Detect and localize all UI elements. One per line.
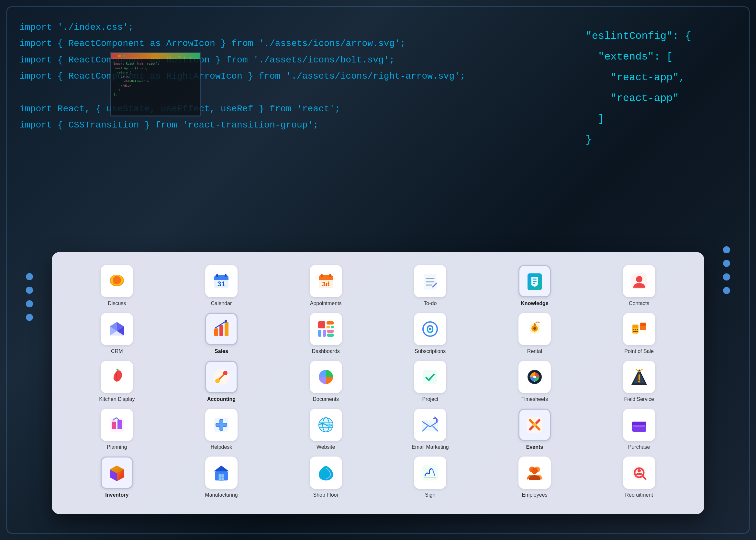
app-label-knowledge: Knowledge [521, 301, 548, 306]
app-icon-events [519, 409, 551, 441]
app-icon-shop-floor [310, 457, 342, 489]
svg-point-110 [531, 468, 538, 474]
app-item-purchase[interactable]: Purchase [590, 409, 688, 450]
svg-rect-73 [112, 422, 116, 429]
app-item-employees[interactable]: Employees [486, 457, 584, 498]
app-label-appointments: Appointments [310, 301, 342, 306]
svg-rect-39 [327, 334, 334, 337]
app-item-inventory[interactable]: Inventory [68, 457, 166, 498]
svg-point-26 [636, 276, 642, 282]
app-item-discuss[interactable]: Discuss [68, 265, 166, 306]
app-label-events: Events [526, 444, 543, 450]
app-icon-appointments: 3d [310, 265, 342, 297]
svg-rect-52 [637, 329, 638, 330]
svg-rect-37 [323, 330, 326, 337]
app-item-rental[interactable]: Rental [486, 313, 584, 354]
app-label-todo: To-do [424, 301, 437, 306]
svg-rect-86 [422, 420, 438, 431]
svg-rect-79 [216, 424, 227, 426]
app-icon-contacts [623, 265, 655, 297]
app-item-email-marketing[interactable]: Email Marketing [381, 409, 479, 450]
svg-rect-34 [327, 326, 330, 329]
app-label-planning: Planning [107, 444, 127, 450]
app-label-documents: Documents [313, 396, 339, 402]
app-label-timesheets: Timesheets [522, 396, 548, 402]
svg-rect-74 [117, 420, 122, 429]
app-label-inventory: Inventory [105, 492, 128, 498]
app-label-accounting: Accounting [207, 396, 235, 402]
app-icon-purchase [623, 409, 655, 441]
app-icon-subscriptions [414, 313, 446, 345]
svg-rect-33 [327, 321, 334, 325]
app-item-dashboards[interactable]: Dashboards [277, 313, 375, 354]
svg-text:3d: 3d [322, 281, 330, 288]
app-item-knowledge[interactable]: Knowledge [486, 265, 584, 306]
right-side-dots [723, 246, 730, 294]
dot-1 [723, 246, 730, 253]
svg-rect-59 [423, 370, 437, 384]
svg-rect-28 [214, 329, 218, 336]
svg-rect-32 [318, 321, 325, 329]
dot-2 [723, 260, 730, 267]
app-label-dashboards: Dashboards [312, 348, 340, 354]
app-item-subscriptions[interactable]: Subscriptions [381, 313, 479, 354]
app-icon-website [310, 409, 342, 441]
app-icon-helpdesk [205, 409, 237, 441]
app-item-shop-floor[interactable]: Shop Floor [277, 457, 375, 498]
svg-rect-24 [533, 283, 535, 284]
svg-rect-51 [635, 329, 636, 330]
svg-point-31 [225, 320, 227, 323]
app-label-website: Website [317, 444, 335, 450]
app-label-sales: Sales [215, 348, 228, 354]
app-label-email-marketing: Email Marketing [412, 444, 449, 450]
app-item-documents[interactable]: Documents [277, 361, 375, 402]
left-dot-1 [26, 273, 33, 280]
svg-rect-23 [533, 281, 536, 282]
apps-grid: Discuss 31 Calendar [68, 265, 688, 498]
code-text-right: "eslintConfig": { "extends": [ "react-ap… [586, 26, 691, 150]
app-icon-rental [519, 313, 551, 345]
svg-point-45 [533, 327, 536, 330]
code-text-left: import './index.css'; import { ReactComp… [19, 19, 465, 134]
svg-rect-35 [331, 326, 334, 329]
app-item-crm[interactable]: CRM [68, 313, 166, 354]
app-item-manufacturing[interactable]: Manufacturing [173, 457, 270, 498]
app-item-todo[interactable]: To-do [381, 265, 479, 306]
app-icon-recruitment [623, 457, 655, 489]
app-label-kitchen: Kitchen Display [99, 396, 135, 402]
app-item-events[interactable]: Events [486, 409, 584, 450]
svg-rect-6 [216, 274, 218, 277]
app-icon-manufacturing [205, 457, 237, 489]
app-label-contacts: Contacts [629, 301, 649, 306]
app-icon-knowledge [519, 265, 551, 297]
app-item-project[interactable]: Project [381, 361, 479, 402]
svg-rect-47 [633, 325, 638, 328]
app-label-crm: CRM [111, 348, 123, 354]
app-label-pos: Point of Sale [624, 348, 654, 354]
app-item-planning[interactable]: Planning [68, 409, 166, 450]
app-item-field-service[interactable]: Field Service [590, 361, 688, 402]
app-item-accounting[interactable]: Accounting [173, 361, 270, 402]
app-item-timesheets[interactable]: Timesheets [486, 361, 584, 402]
app-label-subscriptions: Subscriptions [414, 348, 446, 354]
app-icon-dashboards [310, 313, 342, 345]
app-icon-sign [414, 457, 446, 489]
app-item-recruitment[interactable]: Recruitment [590, 457, 688, 498]
app-panel: Discuss 31 Calendar [52, 252, 704, 514]
app-item-helpdesk[interactable]: Helpdesk [173, 409, 270, 450]
app-label-shop-floor: Shop Floor [313, 492, 339, 498]
app-item-website[interactable]: Website [277, 409, 375, 450]
app-item-calendar[interactable]: 31 Calendar [173, 265, 270, 306]
app-icon-todo [414, 265, 446, 297]
app-label-employees: Employees [522, 492, 547, 498]
app-item-sign[interactable]: Sign [381, 457, 479, 498]
app-item-kitchen[interactable]: Kitchen Display [68, 361, 166, 402]
app-item-appointments[interactable]: 3d Appointments [277, 265, 375, 306]
svg-rect-49 [641, 323, 646, 326]
app-item-pos[interactable]: Point of Sale [590, 313, 688, 354]
app-item-sales[interactable]: Sales [173, 313, 270, 354]
svg-rect-38 [327, 330, 334, 333]
app-item-contacts[interactable]: Contacts [590, 265, 688, 306]
svg-point-56 [215, 378, 220, 383]
left-side-dots [26, 273, 33, 321]
